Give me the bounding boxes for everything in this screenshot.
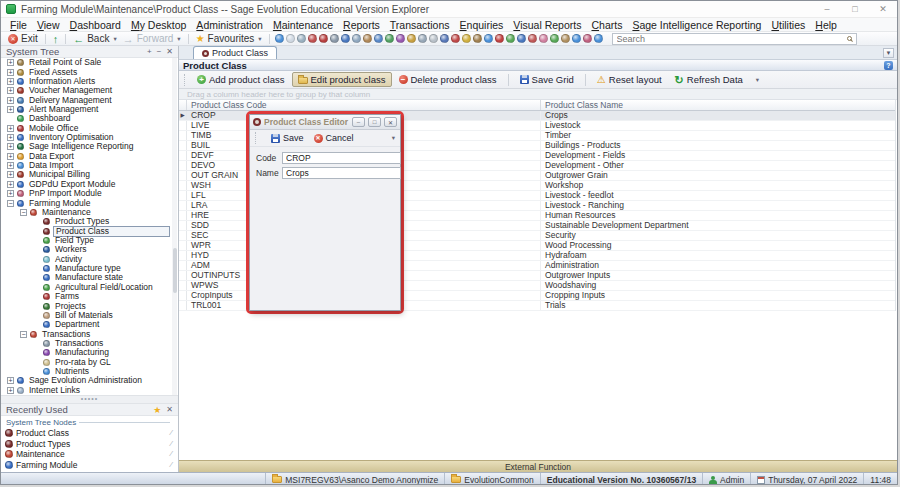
minimize-icon[interactable]: – [813,1,841,17]
menu-help[interactable]: Help [810,19,842,31]
dialog-overflow-icon[interactable]: ▾ [392,134,395,142]
alert-icon[interactable] [495,34,504,43]
tree-item-agricultural-field-location[interactable]: Agricultural Field/Location [1,283,178,292]
download-icon[interactable] [341,34,350,43]
close-icon[interactable]: ✕ [869,1,897,17]
expand-icon[interactable]: + [7,190,14,197]
tree-item-retail-point-of-sale[interactable]: +Retail Point of Sale [1,58,178,67]
tree-item-data-export[interactable]: +Data Export [1,152,178,161]
globe4-icon[interactable] [572,34,581,43]
tree-item-internet-links[interactable]: +Internet Links [1,386,178,395]
sync-icon[interactable] [583,34,592,43]
help-icon[interactable]: ? [884,61,893,70]
edit-product-class-button[interactable]: Edit product class [292,72,392,87]
clock-icon[interactable] [297,34,306,43]
add-product-class-button[interactable]: + Add product class [191,72,291,87]
triangle-icon[interactable] [550,34,559,43]
recently-used-close-icon[interactable]: ✕ [166,405,173,415]
close-red-icon[interactable] [528,34,537,43]
refresh-data-button[interactable]: ↻ Refresh Data [669,72,749,87]
globe-red-icon[interactable] [451,34,460,43]
tree-item-sage-intelligence-reporting[interactable]: +Sage Intelligence Reporting [1,142,178,151]
dialog-close-icon[interactable]: ✕ [384,117,397,127]
collapse-icon[interactable]: − [20,331,27,338]
report-icon[interactable] [440,34,449,43]
menu-enquiries[interactable]: Enquiries [455,19,509,31]
expand-icon[interactable]: + [7,153,14,160]
panel-minus-icon[interactable]: − [157,47,162,56]
expand-icon[interactable]: + [7,69,14,76]
mail-icon[interactable] [462,34,471,43]
pin-icon[interactable]: ⁄ [171,429,172,437]
expand-icon[interactable]: + [7,162,14,169]
chart-green-icon[interactable] [506,34,515,43]
toolbar-overflow-icon[interactable]: ▾ [753,76,762,84]
tree-item-farms[interactable]: Farms [1,292,178,301]
column-header-code[interactable]: Product Class Code [187,100,541,110]
expand-icon[interactable]: + [7,181,14,188]
collapse-icon[interactable]: − [7,200,14,207]
search-icon[interactable] [847,36,852,41]
menu-administration[interactable]: Administration [191,19,268,31]
favourites-button[interactable]: ★ Favourites ▾ [193,33,265,44]
globe2-icon[interactable] [484,34,493,43]
grid-icon[interactable] [330,34,339,43]
file-icon[interactable] [374,34,383,43]
menu-file[interactable]: File [5,19,32,31]
pin-icon[interactable]: ⁄ [171,440,172,448]
recent-item-product-types[interactable]: Product Types⁄ [1,439,178,450]
alarm-icon[interactable] [319,34,328,43]
collapse-icon[interactable]: − [20,209,27,216]
document-icon[interactable] [286,34,295,43]
expand-icon[interactable]: + [7,125,14,132]
shield-icon[interactable] [396,34,405,43]
tab-product-class[interactable]: Product Class [193,46,277,59]
tree-item-sage-evolution-administration[interactable]: +Sage Evolution Administration [1,376,178,385]
tree-item-dashboard[interactable]: Dashboard [1,114,178,123]
save-grid-button[interactable]: Save Grid [514,72,580,87]
tree-scrollbar-thumb[interactable] [173,248,177,293]
group-by-bar[interactable]: Drag a column header here to group by th… [179,89,897,100]
globe-icon[interactable] [275,34,284,43]
pin-icon[interactable]: ⁄ [171,450,172,458]
panel-plus-icon[interactable]: + [147,47,152,56]
code-field[interactable] [282,152,401,164]
menu-reports[interactable]: Reports [338,19,385,31]
fax-icon[interactable] [429,34,438,43]
expand-icon[interactable]: + [7,59,14,66]
exit-button[interactable]: ✕ Exit [5,33,41,44]
tree-item-pnp-import-module[interactable]: +PnP Import Module [1,189,178,198]
tree-item-alert-management[interactable]: +Alert Management [1,105,178,114]
panel-close-icon[interactable]: ✕ [166,47,173,56]
dialog-minimize-icon[interactable]: – [352,117,365,127]
tree-scrollbar[interactable] [172,58,177,395]
menu-utilities[interactable]: Utilities [766,19,810,31]
search-input[interactable] [617,34,847,44]
expand-icon[interactable]: + [7,171,14,178]
star-icon[interactable]: ★ [153,405,161,415]
tab-list-dropdown[interactable]: ▼ [883,48,894,58]
menu-visual-reports[interactable]: Visual Reports [508,19,586,31]
menu-my-desktop[interactable]: My Desktop [126,19,191,31]
tree-item-field-type[interactable]: Field Type [1,236,178,245]
pin-icon[interactable]: ⁄ [171,461,172,469]
menu-charts[interactable]: Charts [586,19,627,31]
box-icon[interactable] [473,34,482,43]
forward-button[interactable]: → Forward ▾ [120,33,184,44]
expand-icon[interactable]: + [7,377,14,384]
expand-icon[interactable]: + [7,97,14,104]
globe5-icon[interactable] [594,34,603,43]
expand-icon[interactable]: + [7,87,14,94]
expand-icon[interactable]: + [7,143,14,150]
maximize-icon[interactable]: □ [841,1,869,17]
column-header-name[interactable]: Product Class Name [541,100,895,110]
menu-sage-intelligence-reporting[interactable]: Sage Intelligence Reporting [627,19,766,31]
panel-splitter[interactable]: ••••• [1,395,178,404]
menu-view[interactable]: View [32,19,65,31]
dialog-maximize-icon[interactable]: □ [368,117,381,127]
expand-icon[interactable]: + [7,106,14,113]
up-button[interactable]: ↑ [50,34,62,44]
bell-icon[interactable] [308,34,317,43]
name-field[interactable] [282,167,401,179]
dialog-cancel-button[interactable]: ✕ Cancel [314,133,354,143]
